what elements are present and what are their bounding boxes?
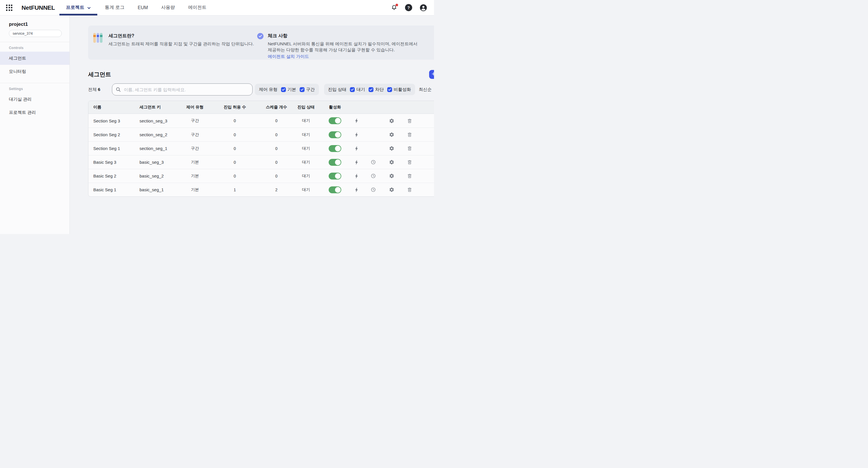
notification-bell-icon[interactable] — [391, 4, 398, 11]
banner-about: 세그먼트란? 세그먼트는 트래픽 제어를 적용할 지점 및 구간을 관리하는 작… — [93, 33, 257, 60]
toggle-knob — [335, 187, 341, 193]
tab-usage[interactable]: 사용량 — [161, 0, 175, 15]
schedule-count: 0 — [261, 174, 292, 178]
notification-badge — [396, 4, 398, 6]
table-row: Section Seg 3section_seg_3구간00대기 — [88, 114, 434, 128]
service-selector[interactable]: service_374 — [9, 30, 62, 37]
filter-group-label: 진입 상태 — [328, 87, 346, 92]
quick-control-icon[interactable] — [353, 186, 360, 194]
segment-name: Section Seg 1 — [88, 146, 135, 151]
table-row: Section Seg 2section_seg_2구간00대기 — [88, 128, 434, 141]
delete-trash-icon[interactable] — [406, 186, 413, 194]
control-type: 기본 — [181, 173, 209, 179]
column-header: 활성화 — [320, 105, 350, 110]
delete-trash-icon[interactable] — [406, 172, 413, 180]
checkbox-checked-icon[interactable] — [281, 87, 286, 92]
sidebar-section-label: Settings — [0, 83, 69, 93]
quick-control-icon[interactable] — [353, 159, 360, 166]
check-circle-icon — [257, 33, 264, 39]
delete-trash-icon[interactable] — [406, 145, 413, 152]
active-toggle[interactable] — [329, 117, 341, 124]
sort-button[interactable]: 최신순 — [419, 87, 434, 92]
filter-option-label: 구간 — [306, 87, 315, 92]
sidebar: project1 service_374 Controls세그먼트모니터링Set… — [0, 15, 70, 234]
filter-option-label: 대기 — [356, 87, 365, 92]
settings-gear-icon[interactable] — [388, 145, 395, 152]
entry-state: 대기 — [292, 132, 320, 137]
tab-label: 사용량 — [161, 5, 175, 11]
quick-control-icon[interactable] — [353, 172, 360, 180]
schedule-count: 0 — [261, 146, 292, 151]
schedule-clock-icon[interactable] — [369, 172, 377, 180]
control-type: 기본 — [181, 187, 209, 193]
tab-eum[interactable]: EUM — [138, 0, 148, 15]
toggle-knob — [335, 160, 341, 165]
settings-gear-icon[interactable] — [388, 159, 395, 166]
sidebar-item-0-0[interactable]: 세그먼트 — [0, 52, 69, 65]
column-header: 세그먼트 키 — [135, 105, 181, 110]
tab-label: 에이전트 — [188, 5, 206, 11]
active-toggle[interactable] — [329, 131, 341, 138]
project-title: project1 — [0, 15, 69, 27]
agent-install-guide-link[interactable]: 에이전트 설치 가이드 — [268, 54, 309, 59]
filter-row: 전체6 제어 유형기본구간진입 상태대기차단비활성화 최신순 — [88, 83, 434, 96]
tab-agent[interactable]: 에이전트 — [188, 0, 206, 15]
sidebar-item-1-1[interactable]: 프로젝트 관리 — [0, 106, 69, 119]
table-row: Basic Seg 3basic_seg_3기본00대기 — [88, 155, 434, 169]
account-avatar-icon[interactable] — [420, 4, 427, 11]
add-segment-button[interactable]: + — [429, 70, 434, 79]
schedule-clock-icon[interactable] — [369, 186, 377, 194]
apps-grid-icon[interactable] — [5, 4, 13, 11]
delete-trash-icon[interactable] — [406, 159, 413, 166]
delete-trash-icon[interactable] — [406, 131, 413, 138]
entry-allowed-count: 1 — [209, 188, 261, 192]
segment-name: Basic Seg 1 — [88, 187, 135, 192]
active-toggle[interactable] — [329, 173, 341, 179]
tab-stats-log[interactable]: 통계 로그 — [105, 0, 124, 15]
checkbox-checked-icon[interactable] — [387, 87, 392, 92]
quick-control-icon[interactable] — [353, 117, 360, 125]
filter-option[interactable]: 비활성화 — [387, 87, 411, 92]
filter-option[interactable]: 기본 — [281, 87, 296, 92]
total-count-value: 6 — [98, 87, 100, 92]
checkbox-checked-icon[interactable] — [369, 87, 373, 92]
quick-control-icon[interactable] — [353, 145, 360, 152]
delete-trash-icon[interactable] — [406, 117, 413, 125]
table-row: Section Seg 1section_seg_1구간00대기 — [88, 141, 434, 155]
quick-control-icon[interactable] — [353, 131, 360, 138]
settings-gear-icon[interactable] — [388, 186, 395, 194]
schedule-clock-icon[interactable] — [369, 159, 377, 166]
netfunnel-logo: NetFUNNEL — [22, 4, 55, 11]
active-toggle[interactable] — [329, 159, 341, 166]
segment-key: section_seg_2 — [135, 132, 181, 137]
sidebar-item-0-1[interactable]: 모니터링 — [0, 65, 69, 78]
checkbox-checked-icon[interactable] — [300, 87, 305, 92]
tab-project[interactable]: 프로젝트 — [59, 0, 97, 15]
settings-gear-icon[interactable] — [388, 117, 395, 125]
sidebar-item-1-0[interactable]: 대기실 관리 — [0, 93, 69, 106]
control-type: 구간 — [181, 132, 209, 137]
checkbox-checked-icon[interactable] — [350, 87, 355, 92]
sort-arrows-icon — [433, 87, 434, 92]
entry-allowed-count: 0 — [209, 174, 261, 178]
entry-state: 대기 — [292, 173, 320, 179]
table-row: Basic Seg 2basic_seg_2기본00대기 — [88, 169, 434, 183]
filter-option[interactable]: 대기 — [350, 87, 365, 92]
search-box — [112, 83, 253, 96]
active-toggle[interactable] — [329, 187, 341, 193]
settings-gear-icon[interactable] — [388, 131, 395, 138]
segments-table: 이름세그먼트 키제어 유형진입 허용 수스케줄 개수진입 상태활성화 Secti… — [88, 101, 434, 197]
search-input[interactable] — [112, 83, 253, 96]
segment-name: Basic Seg 2 — [88, 173, 135, 178]
control-type: 구간 — [181, 146, 209, 151]
help-icon[interactable]: ? — [405, 4, 412, 11]
settings-gear-icon[interactable] — [388, 172, 395, 180]
filter-option[interactable]: 구간 — [300, 87, 315, 92]
active-toggle[interactable] — [329, 145, 341, 152]
column-header: 진입 허용 수 — [209, 105, 261, 110]
entry-allowed-count: 0 — [209, 160, 261, 165]
filter-group-label: 제어 유형 — [259, 87, 277, 92]
segment-key: section_seg_3 — [135, 119, 181, 123]
entry-state: 대기 — [292, 118, 320, 123]
filter-option[interactable]: 차단 — [369, 87, 384, 92]
